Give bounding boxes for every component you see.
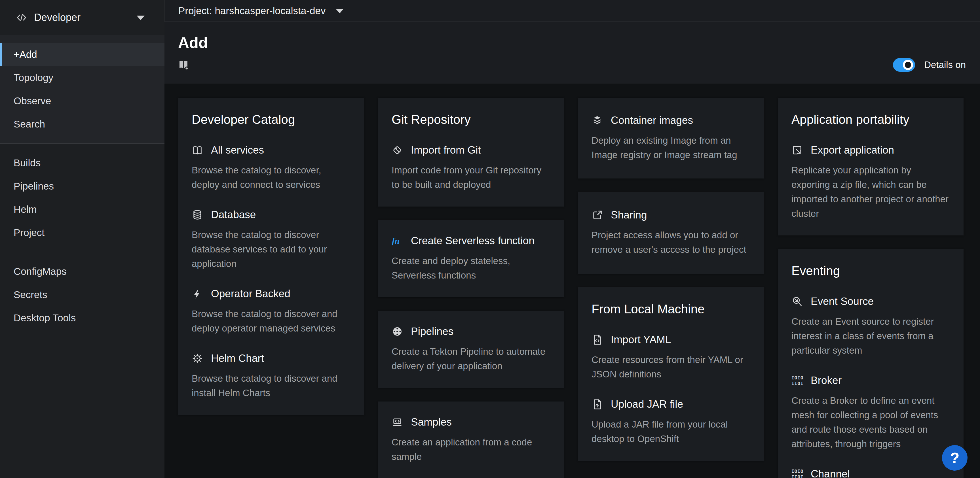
add-item-description: Browse the catalog to discover database … — [192, 227, 350, 271]
add-item-description: Deploy an existing Image from an Image r… — [592, 133, 750, 162]
card-items: SamplesCreate an application from a code… — [391, 416, 550, 464]
sidebar-item-builds[interactable]: Builds — [0, 152, 164, 174]
catalog-book-plus-icon[interactable] — [178, 59, 189, 71]
add-item-label: Create Serverless function — [411, 235, 535, 247]
add-item-link-broker[interactable]: IOIOIIOIIBroker — [791, 375, 950, 386]
add-item-link-samples[interactable]: Samples — [391, 416, 550, 428]
add-item-helm-chart: Helm ChartBrowse the catalog to discover… — [192, 353, 350, 400]
add-item-link-helm-chart[interactable]: Helm Chart — [192, 353, 350, 364]
add-item-link-export-application[interactable]: Export application — [791, 144, 950, 156]
perspective-switcher[interactable]: Developer — [0, 0, 164, 35]
samples-icon — [391, 416, 403, 428]
sidebar-item-configmaps[interactable]: ConfigMaps — [0, 260, 164, 283]
card-column: Container imagesDeploy an existing Image… — [578, 98, 764, 461]
sidebar-item-add[interactable]: +Add — [0, 43, 164, 66]
add-item-link-upload-jar-file[interactable]: Upload JAR file — [592, 399, 750, 410]
card-title: Application portability — [791, 113, 950, 127]
sidebar-item-pipelines[interactable]: Pipelines — [0, 175, 164, 197]
add-item-link-operator-backed[interactable]: Operator Backed — [192, 288, 350, 300]
add-item-create-serverless-function: fnCreate Serverless functionCreate and d… — [391, 235, 550, 283]
add-item-link-container-images[interactable]: Container images — [592, 114, 750, 126]
add-item-description: Browse the catalog to discover, deploy a… — [192, 163, 350, 192]
add-item-container-images: Container imagesDeploy an existing Image… — [592, 114, 750, 162]
add-item-pipelines: PipelinesCreate a Tekton Pipeline to aut… — [391, 326, 550, 373]
card-title: Developer Catalog — [192, 113, 350, 127]
card-items: fnCreate Serverless functionCreate and d… — [391, 235, 550, 283]
card-items: All servicesBrowse the catalog to discov… — [192, 144, 350, 400]
card-column: Git RepositoryImport from GitImport code… — [378, 98, 564, 478]
add-item-label: Export application — [811, 144, 894, 156]
add-item-description: Create a Tekton Pipeline to automate del… — [391, 344, 550, 373]
broker-icon: IOIOIIOII — [791, 375, 803, 386]
add-item-link-import-yaml[interactable]: Import YAML — [592, 334, 750, 346]
project-selector-label: Project: harshcasper-localsta-dev — [178, 5, 326, 16]
card-items: PipelinesCreate a Tekton Pipeline to aut… — [391, 326, 550, 373]
serverless-fn-icon: fn — [391, 235, 403, 246]
card-items: SharingProject access allows you to add … — [592, 209, 750, 257]
add-item-database: DatabaseBrowse the catalog to discover d… — [192, 209, 350, 271]
card-column: Developer CatalogAll servicesBrowse the … — [178, 98, 364, 415]
svg-text:fn: fn — [392, 236, 399, 245]
page-header: Add Details on — [164, 22, 980, 84]
card-items: Export applicationReplicate your applica… — [791, 144, 950, 221]
sidebar-item-desktop-tools[interactable]: Desktop Tools — [0, 306, 164, 329]
sidebar-item-helm[interactable]: Helm — [0, 198, 164, 221]
add-item-label: Broker — [811, 375, 842, 386]
add-item-link-import-from-git[interactable]: Import from Git — [391, 144, 550, 156]
add-item-description: Upload a JAR file from your local deskto… — [592, 417, 750, 446]
add-item-label: Database — [211, 209, 256, 221]
sidebar-item-observe[interactable]: Observe — [0, 89, 164, 112]
add-item-label: All services — [211, 144, 264, 156]
sidebar-item-project[interactable]: Project — [0, 221, 164, 244]
add-item-label: Sharing — [611, 209, 647, 221]
sidebar-item-topology[interactable]: Topology — [0, 66, 164, 89]
layers-icon — [592, 115, 603, 126]
add-item-link-pipelines[interactable]: Pipelines — [391, 326, 550, 337]
add-item-label: Helm Chart — [211, 353, 264, 364]
add-item-import-yaml: Import YAMLCreate resources from their Y… — [592, 334, 750, 381]
project-selector[interactable]: Project: harshcasper-localsta-dev — [178, 5, 345, 16]
share-icon — [592, 210, 603, 221]
bolt-icon — [192, 288, 203, 300]
sidebar: Developer +AddTopologyObserveSearchBuild… — [0, 0, 164, 478]
container-images-card: Container imagesDeploy an existing Image… — [578, 98, 764, 178]
git-icon — [391, 145, 403, 156]
add-item-link-sharing[interactable]: Sharing — [592, 209, 750, 221]
add-item-label: Import YAML — [611, 334, 671, 346]
add-item-broker: IOIOIIOIIBrokerCreate a Broker to define… — [791, 375, 950, 451]
card-items: Import YAMLCreate resources from their Y… — [592, 334, 750, 446]
details-toggle-knob — [903, 60, 913, 70]
add-item-link-channel[interactable]: IOIOIIOIIChannel — [791, 468, 950, 478]
add-item-link-event-source[interactable]: Event Source — [791, 295, 950, 307]
chevron-down-icon — [135, 12, 146, 23]
add-item-label: Event Source — [811, 295, 873, 307]
sidebar-item-search[interactable]: Search — [0, 113, 164, 135]
help-button[interactable]: ? — [942, 445, 967, 471]
page-title: Add — [178, 34, 966, 51]
add-item-description: Browse the catalog to discover and deplo… — [192, 306, 350, 335]
add-item-description: Create a Broker to define an event mesh … — [791, 393, 950, 451]
sidebar-nav: +AddTopologyObserveSearchBuildsPipelines… — [0, 35, 164, 478]
add-item-link-all-services[interactable]: All services — [192, 144, 350, 156]
add-item-description: Project access allows you to add or remo… — [592, 228, 750, 257]
add-item-export-application: Export applicationReplicate your applica… — [791, 144, 950, 221]
application-portability-card: Application portabilityExport applicatio… — [778, 98, 964, 235]
add-page-content: Developer CatalogAll servicesBrowse the … — [164, 84, 980, 478]
add-item-label: Pipelines — [411, 326, 453, 337]
sidebar-item-secrets[interactable]: Secrets — [0, 283, 164, 306]
database-icon — [192, 209, 203, 221]
add-item-upload-jar-file: Upload JAR fileUpload a JAR file from yo… — [592, 399, 750, 446]
add-item-description: Create and deploy stateless, Serverless … — [391, 254, 550, 283]
add-item-operator-backed: Operator BackedBrowse the catalog to dis… — [192, 288, 350, 335]
main-area: Project: harshcasper-localsta-dev Add — [164, 0, 980, 478]
svg-text:IIOII: IIOII — [791, 474, 803, 478]
details-toggle[interactable] — [893, 58, 915, 72]
add-item-sharing: SharingProject access allows you to add … — [592, 209, 750, 257]
add-item-import-from-git: Import from GitImport code from your Git… — [391, 144, 550, 192]
add-item-link-database[interactable]: Database — [192, 209, 350, 221]
chevron-down-icon — [334, 5, 345, 16]
from-local-machine-card: From Local MachineImport YAMLCreate reso… — [578, 287, 764, 461]
code-icon — [16, 12, 27, 23]
add-item-link-create-serverless-function[interactable]: fnCreate Serverless function — [391, 235, 550, 247]
event-source-icon — [791, 296, 803, 307]
